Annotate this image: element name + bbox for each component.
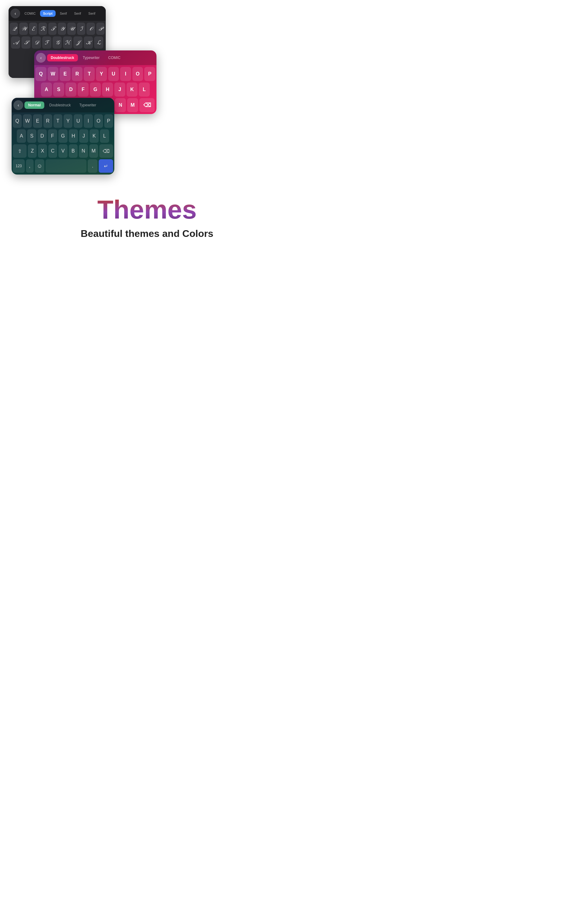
kb2-key-a[interactable]: A xyxy=(41,82,52,97)
kb2-key-r[interactable]: R xyxy=(72,67,83,81)
kb1-key-h[interactable]: ℋ xyxy=(63,36,72,48)
kb3-key-e[interactable]: E xyxy=(33,114,42,128)
kb2-key-g[interactable]: G xyxy=(90,82,101,97)
kb1-key-g[interactable]: 𝒢 xyxy=(53,36,62,48)
kb3-key-h[interactable]: H xyxy=(69,129,78,143)
kb3-key-s[interactable]: S xyxy=(27,129,36,143)
themes-title: Themes xyxy=(81,195,213,223)
kb2-key-t[interactable]: T xyxy=(84,67,95,81)
kb3-shift-key[interactable]: ⇧ xyxy=(13,144,27,158)
kb3-key-k[interactable]: K xyxy=(90,129,99,143)
kb2-tab-typewriter[interactable]: Typewriter xyxy=(79,54,103,61)
kb3-enter-key[interactable]: ↵ xyxy=(99,159,113,173)
kb3-tab-typewriter[interactable]: Typewriter xyxy=(76,102,100,109)
kb3-key-r[interactable]: R xyxy=(44,114,52,128)
kb3-key-l[interactable]: L xyxy=(100,129,109,143)
keyboard-normal: ‹ Normal Doublestruck Typewriter Q W E R… xyxy=(11,98,114,174)
kb3-dot-key[interactable]: . xyxy=(88,159,97,173)
kb1-tab-script[interactable]: Script xyxy=(40,10,56,17)
kb3-key-a[interactable]: A xyxy=(17,129,26,143)
kb1-key-e[interactable]: ℰ xyxy=(29,23,37,35)
kb3-key-n[interactable]: N xyxy=(79,144,88,158)
kb1-key-j[interactable]: 𝒥 xyxy=(73,36,82,48)
kb2-row-1: Q W E R T Y U I O P xyxy=(36,67,155,81)
kb2-key-i[interactable]: I xyxy=(120,67,131,81)
kb3-key-d[interactable]: D xyxy=(37,129,47,143)
kb3-key-y[interactable]: Y xyxy=(63,114,73,128)
kb2-tab-comic[interactable]: COMIC xyxy=(105,54,124,61)
themes-section: Themes Beautiful themes and Colors xyxy=(68,195,226,258)
kb3-row-1: Q W E R T Y U I O P xyxy=(13,114,113,128)
kb1-row-1: 𝒬 𝒲 ℰ ℛ 𝒯 𝒴 𝒰 ℐ 𝒪 𝒫 xyxy=(10,23,105,35)
kb1-key-r[interactable]: ℛ xyxy=(39,23,47,35)
kb3-key-x[interactable]: X xyxy=(38,144,47,158)
kb1-key-k[interactable]: 𝒦 xyxy=(84,36,93,48)
kb2-back-button[interactable]: ‹ xyxy=(36,53,46,63)
kb3-key-q[interactable]: Q xyxy=(13,114,22,128)
kb2-key-l[interactable]: L xyxy=(139,82,150,97)
kb1-key-p[interactable]: 𝒫 xyxy=(96,23,105,35)
kb2-key-q[interactable]: Q xyxy=(36,67,47,81)
kb2-key-h[interactable]: H xyxy=(102,82,113,97)
kb3-key-c[interactable]: C xyxy=(48,144,57,158)
kb2-key-u[interactable]: U xyxy=(108,67,119,81)
kb3-key-j[interactable]: J xyxy=(79,129,88,143)
kb3-key-p[interactable]: P xyxy=(104,114,113,128)
kb1-key-s[interactable]: 𝒮 xyxy=(21,36,31,48)
kb1-row-2: 𝒜 𝒮 𝒟 ℱ 𝒢 ℋ 𝒥 𝒦 ℒ xyxy=(10,36,105,48)
kb1-key-a[interactable]: 𝒜 xyxy=(11,36,20,48)
kb2-key-j[interactable]: J xyxy=(114,82,125,97)
kb2-key-m[interactable]: M xyxy=(127,98,138,112)
kb3-key-f[interactable]: F xyxy=(48,129,57,143)
kb3-space-key[interactable] xyxy=(45,159,87,173)
kb3-key-o[interactable]: O xyxy=(94,114,103,128)
kb2-key-d[interactable]: D xyxy=(65,82,76,97)
kb2-key-p[interactable]: P xyxy=(144,67,155,81)
kb3-key-g[interactable]: G xyxy=(58,129,68,143)
kb1-key-y[interactable]: 𝒴 xyxy=(58,23,66,35)
kb2-key-k[interactable]: K xyxy=(126,82,137,97)
kb3-num-key[interactable]: 123 xyxy=(13,159,25,173)
kb2-tab-doublestruck[interactable]: Doublestruck xyxy=(47,54,78,61)
kb1-tab-serif1[interactable]: Serif xyxy=(57,10,70,17)
keyboards-section: ‹ COMIC Script Serif Serif Serif 𝒬 𝒲 ℰ ℛ… xyxy=(0,6,294,177)
kb3-key-w[interactable]: W xyxy=(23,114,32,128)
kb3-key-v[interactable]: V xyxy=(58,144,67,158)
kb3-key-b[interactable]: B xyxy=(69,144,78,158)
kb3-delete-key[interactable]: ⌫ xyxy=(99,144,113,158)
kb1-back-button[interactable]: ‹ xyxy=(10,8,20,18)
kb3-row-2: A S D F G H J K L xyxy=(13,129,113,143)
kb3-emoji-key[interactable]: ☺ xyxy=(35,159,45,173)
kb1-key-l[interactable]: ℒ xyxy=(94,36,103,48)
kb1-tab-serif3[interactable]: Serif xyxy=(85,10,99,17)
kb2-key-y[interactable]: Y xyxy=(96,67,107,81)
kb3-back-button[interactable]: ‹ xyxy=(13,100,23,110)
kb3-key-t[interactable]: T xyxy=(53,114,62,128)
kb3-tab-doublestruck[interactable]: Doublestruck xyxy=(45,102,74,109)
kb1-key-d[interactable]: 𝒟 xyxy=(32,36,41,48)
kb1-key-w[interactable]: 𝒲 xyxy=(19,23,27,35)
kb2-key-w[interactable]: W xyxy=(48,67,59,81)
kb2-tab-bar: ‹ Doublestruck Typewriter COMIC xyxy=(34,50,157,65)
kb3-comma-key[interactable]: , xyxy=(26,159,34,173)
kb1-tab-serif2[interactable]: Serif xyxy=(71,10,84,17)
kb1-key-f[interactable]: ℱ xyxy=(42,36,51,48)
kb2-key-o[interactable]: O xyxy=(132,67,143,81)
kb2-key-s[interactable]: S xyxy=(53,82,64,97)
kb2-key-f[interactable]: F xyxy=(78,82,89,97)
kb3-tab-normal[interactable]: Normal xyxy=(24,102,44,109)
kb1-tab-comic[interactable]: COMIC xyxy=(21,10,39,17)
kb2-key-e[interactable]: E xyxy=(60,67,71,81)
kb2-delete-key[interactable]: ⌫ xyxy=(139,98,155,112)
kb1-key-q[interactable]: 𝒬 xyxy=(10,23,18,35)
kb1-key-i[interactable]: ℐ xyxy=(77,23,85,35)
kb1-key-o[interactable]: 𝒪 xyxy=(87,23,95,35)
kb1-key-u[interactable]: 𝒰 xyxy=(67,23,76,35)
kb3-key-m[interactable]: M xyxy=(89,144,98,158)
kb3-key-i[interactable]: I xyxy=(84,114,93,128)
kb1-key-t[interactable]: 𝒯 xyxy=(48,23,57,35)
themes-subtitle: Beautiful themes and Colors xyxy=(81,228,213,239)
kb3-key-u[interactable]: U xyxy=(74,114,82,128)
kb3-key-z[interactable]: Z xyxy=(28,144,37,158)
kb2-key-n[interactable]: N xyxy=(115,98,126,112)
